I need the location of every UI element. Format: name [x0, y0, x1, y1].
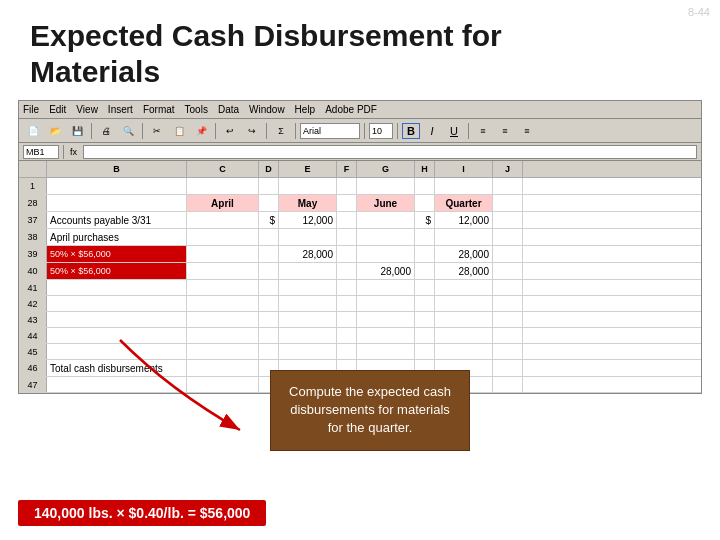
- redo-button[interactable]: ↪: [242, 122, 262, 140]
- menu-help[interactable]: Help: [295, 104, 316, 115]
- cell-37i[interactable]: 12,000: [435, 212, 493, 228]
- preview-button[interactable]: 🔍: [118, 122, 138, 140]
- cell-40e[interactable]: [279, 263, 337, 279]
- menu-format[interactable]: Format: [143, 104, 175, 115]
- copy-button[interactable]: 📋: [169, 122, 189, 140]
- cell-39b-highlight[interactable]: 50% × $56,000: [47, 246, 187, 262]
- cell-40b-highlight[interactable]: 50% × $56,000: [47, 263, 187, 279]
- align-right-button[interactable]: ≡: [517, 122, 537, 140]
- col-header-b: B: [47, 161, 187, 177]
- cell-1e[interactable]: [279, 178, 337, 194]
- font-selector[interactable]: Arial: [300, 123, 360, 139]
- cell-37b[interactable]: Accounts payable 3/31: [47, 212, 187, 228]
- formula-input[interactable]: [83, 145, 697, 159]
- cut-button[interactable]: ✂: [147, 122, 167, 140]
- cell-28j[interactable]: [493, 195, 523, 211]
- cell-37d[interactable]: $: [259, 212, 279, 228]
- table-row: 37 Accounts payable 3/31 $ 12,000 $ 12,0…: [19, 212, 701, 229]
- cell-40f[interactable]: [337, 263, 357, 279]
- col-header-i: I: [435, 161, 493, 177]
- cell-46j[interactable]: [493, 360, 523, 376]
- cell-40h[interactable]: [415, 263, 435, 279]
- open-button[interactable]: 📂: [45, 122, 65, 140]
- row-number: 41: [19, 280, 47, 295]
- table-row: 40 50% × $56,000 28,000 28,000: [19, 263, 701, 280]
- cell-1b[interactable]: [47, 178, 187, 194]
- new-button[interactable]: 📄: [23, 122, 43, 140]
- cell-37j[interactable]: [493, 212, 523, 228]
- row-number: 43: [19, 312, 47, 327]
- cell-38f[interactable]: [337, 229, 357, 245]
- cell-38d[interactable]: [259, 229, 279, 245]
- toolbar-sep2: [142, 123, 143, 139]
- save-button[interactable]: 💾: [67, 122, 87, 140]
- toolbar-sep7: [397, 123, 398, 139]
- cell-46b-total[interactable]: Total cash disbursements: [47, 360, 187, 376]
- cell-28d[interactable]: [259, 195, 279, 211]
- menu-data[interactable]: Data: [218, 104, 239, 115]
- cell-1c[interactable]: [187, 178, 259, 194]
- table-row: 1: [19, 178, 701, 195]
- cell-28g-june[interactable]: June: [357, 195, 415, 211]
- cell-reference[interactable]: MB1: [23, 145, 59, 159]
- cell-38j[interactable]: [493, 229, 523, 245]
- align-center-button[interactable]: ≡: [495, 122, 515, 140]
- undo-button[interactable]: ↩: [220, 122, 240, 140]
- cell-39j[interactable]: [493, 246, 523, 262]
- cell-37f[interactable]: [337, 212, 357, 228]
- cell-38i[interactable]: [435, 229, 493, 245]
- menu-adobe-pdf[interactable]: Adobe PDF: [325, 104, 377, 115]
- cell-37c[interactable]: [187, 212, 259, 228]
- menu-tools[interactable]: Tools: [185, 104, 208, 115]
- cell-40i[interactable]: 28,000: [435, 263, 493, 279]
- align-left-button[interactable]: ≡: [473, 122, 493, 140]
- menu-view[interactable]: View: [76, 104, 98, 115]
- menu-edit[interactable]: Edit: [49, 104, 66, 115]
- cell-38b[interactable]: April purchases: [47, 229, 187, 245]
- bold-button[interactable]: B: [402, 123, 420, 139]
- cell-28b[interactable]: [47, 195, 187, 211]
- row-number: 28: [19, 195, 47, 211]
- cell-1i[interactable]: [435, 178, 493, 194]
- cell-39e[interactable]: 28,000: [279, 246, 337, 262]
- toolbar-sep3: [215, 123, 216, 139]
- cell-1h[interactable]: [415, 178, 435, 194]
- cell-1g[interactable]: [357, 178, 415, 194]
- cell-28f[interactable]: [337, 195, 357, 211]
- cell-37g[interactable]: [357, 212, 415, 228]
- cell-39h[interactable]: [415, 246, 435, 262]
- cell-40j[interactable]: [493, 263, 523, 279]
- cell-1f[interactable]: [337, 178, 357, 194]
- cell-40d[interactable]: [259, 263, 279, 279]
- paste-button[interactable]: 📌: [191, 122, 211, 140]
- excel-menubar: File Edit View Insert Format Tools Data …: [19, 101, 701, 119]
- cell-28c-april[interactable]: April: [187, 195, 259, 211]
- cell-39c[interactable]: [187, 246, 259, 262]
- cell-38e[interactable]: [279, 229, 337, 245]
- cell-39f[interactable]: [337, 246, 357, 262]
- underline-button[interactable]: U: [444, 122, 464, 140]
- font-size-selector[interactable]: 10: [369, 123, 393, 139]
- cell-28e-may[interactable]: May: [279, 195, 337, 211]
- print-button[interactable]: 🖨: [96, 122, 116, 140]
- cell-28i-quarter[interactable]: Quarter: [435, 195, 493, 211]
- cell-37h[interactable]: $: [415, 212, 435, 228]
- cell-40c[interactable]: [187, 263, 259, 279]
- cell-39i[interactable]: 28,000: [435, 246, 493, 262]
- cell-37e[interactable]: 12,000: [279, 212, 337, 228]
- cell-39g[interactable]: [357, 246, 415, 262]
- cell-46c[interactable]: [187, 360, 259, 376]
- menu-file[interactable]: File: [23, 104, 39, 115]
- cell-38c[interactable]: [187, 229, 259, 245]
- cell-38g[interactable]: [357, 229, 415, 245]
- cell-1j[interactable]: [493, 178, 523, 194]
- menu-window[interactable]: Window: [249, 104, 285, 115]
- cell-39d[interactable]: [259, 246, 279, 262]
- cell-1d[interactable]: [259, 178, 279, 194]
- cell-38h[interactable]: [415, 229, 435, 245]
- cell-40g[interactable]: 28,000: [357, 263, 415, 279]
- cell-28h[interactable]: [415, 195, 435, 211]
- sigma-button[interactable]: Σ: [271, 122, 291, 140]
- menu-insert[interactable]: Insert: [108, 104, 133, 115]
- italic-button[interactable]: I: [422, 122, 442, 140]
